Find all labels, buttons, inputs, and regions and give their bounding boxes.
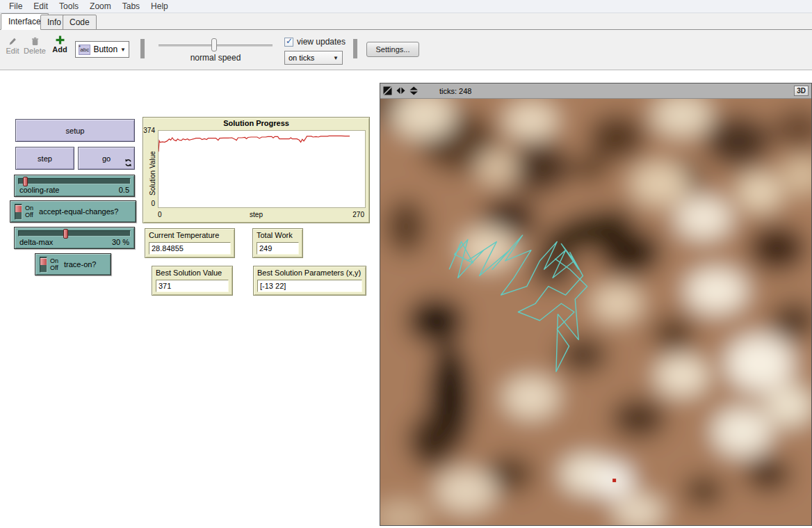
menu-bar: File Edit Tools Zoom Tabs Help (0, 0, 812, 13)
switch-slot[interactable] (40, 257, 47, 273)
monitor-value: 249 (257, 242, 299, 255)
menu-item-tabs[interactable]: Tabs (117, 1, 145, 12)
step-button-label: step (38, 154, 52, 163)
add-label: Add (52, 45, 67, 54)
monitor-label: Best Solution Value (156, 269, 222, 277)
ticks-counter: ticks: 248 (439, 87, 471, 95)
monitor-label: Best Solution Parameters (x,y) (257, 269, 361, 277)
plot-x-axis-label: step (143, 211, 369, 218)
setup-button-label: setup (66, 127, 85, 135)
switch-on-label: On (25, 205, 33, 211)
widget-type-value: Button (93, 45, 117, 54)
solution-progress-plot: Solution Progress 374 0 Solution Value 0… (143, 117, 370, 223)
best-solution-parameters-monitor: Best Solution Parameters (x,y) [-13 22] (253, 266, 366, 296)
tab-code[interactable]: Code (63, 15, 97, 30)
go-button-label: go (102, 154, 111, 163)
monitor-value: [-13 22] (257, 280, 362, 292)
switch-knob[interactable] (40, 258, 47, 265)
menu-item-tools[interactable]: Tools (54, 1, 83, 12)
threed-button[interactable]: 3D (794, 86, 809, 96)
best-solution-value-monitor: Best Solution Value 371 (152, 266, 233, 296)
chevron-down-icon: ▼ (333, 55, 339, 61)
menu-item-edit[interactable]: Edit (29, 1, 53, 12)
switch-on-label: On (50, 257, 58, 264)
plot-xmax-tick: 270 (352, 211, 364, 218)
chevron-down-icon: ▼ (120, 47, 126, 53)
cooling-rate-value: 0.5 (119, 186, 129, 194)
world-canvas[interactable] (380, 99, 811, 525)
cooling-rate-label: cooling-rate (19, 186, 59, 194)
delta-max-value: 30 % (112, 238, 129, 246)
cooling-rate-handle[interactable] (23, 177, 28, 186)
plot-ymax-tick: 374 (143, 127, 156, 134)
plot-y-axis-label: Solution Value (149, 151, 156, 195)
pencil-icon (8, 37, 17, 46)
terrain-texture (380, 99, 811, 525)
monitor-value: 28.84855 (149, 242, 231, 255)
monitor-label: Total Work (257, 231, 293, 239)
vertical-resize-icon[interactable] (409, 86, 419, 95)
menu-item-zoom[interactable]: Zoom (85, 1, 116, 12)
current-temperature-monitor: Current Temperature 28.84855 (145, 228, 235, 258)
switch-slot[interactable] (15, 204, 22, 220)
delete-label: Delete (24, 47, 46, 55)
trace-on-switch[interactable]: On Off trace-on? (35, 253, 111, 275)
edit-label: Edit (6, 47, 19, 55)
plot-title: Solution Progress (143, 119, 369, 127)
world-view: ticks: 248 3D (380, 83, 812, 526)
menu-item-help[interactable]: Help (146, 1, 173, 12)
monitor-label: Current Temperature (149, 231, 219, 239)
tab-bar: Interface Info Code (0, 13, 812, 30)
monitor-value: 371 (156, 280, 229, 292)
plot-ymin-tick: 0 (143, 200, 156, 207)
switch-knob[interactable] (15, 205, 22, 212)
trash-icon (31, 37, 40, 46)
switch-off-label: Off (25, 211, 33, 218)
add-widget-button[interactable]: Add (50, 35, 70, 54)
update-mode-dropdown[interactable]: on ticks ▼ (284, 51, 343, 65)
toolbar-separator (140, 39, 145, 58)
view-header: ticks: 248 3D (380, 83, 811, 99)
cooling-rate-slider[interactable]: cooling-rate 0.5 (14, 175, 135, 197)
toolbar-separator (353, 39, 357, 58)
button-widget-icon: abc (79, 45, 90, 55)
accept-equal-changes-label: accept-equal-changes? (39, 207, 118, 216)
interface-canvas: setup step go cooling-rate 0.5 On Off ac (0, 70, 812, 528)
toolbar: Edit Delete Add abc Button ▼ normal spee… (0, 30, 812, 70)
plus-icon (56, 35, 65, 45)
trace-on-label: trace-on? (64, 260, 96, 269)
setup-button[interactable]: setup (15, 119, 135, 142)
delta-max-handle[interactable] (63, 229, 68, 239)
update-mode-value: on ticks (289, 54, 314, 62)
speed-slider-label: normal speed (159, 53, 273, 63)
switch-off-label: Off (50, 264, 58, 271)
speed-slider-handle[interactable] (211, 38, 217, 51)
view-updates-row: view updates (284, 37, 346, 47)
delta-max-track[interactable] (18, 230, 131, 237)
horizontal-resize-icon[interactable] (396, 86, 405, 95)
plot-area (158, 130, 366, 208)
delta-max-label: delta-max (19, 238, 53, 246)
settings-button[interactable]: Settings... (366, 42, 419, 57)
accept-equal-changes-switch[interactable]: On Off accept-equal-changes? (10, 200, 136, 223)
step-button[interactable]: step (15, 147, 74, 170)
cooling-rate-track[interactable] (18, 178, 131, 184)
view-updates-checkbox[interactable] (284, 38, 293, 47)
go-button[interactable]: go (78, 147, 135, 170)
forever-icon (124, 159, 132, 167)
menu-item-file[interactable]: File (4, 1, 27, 12)
view-updates-label: view updates (297, 37, 346, 47)
plot-line-canvas (159, 131, 365, 207)
delete-widget-button[interactable]: Delete (22, 37, 47, 55)
best-solution-dot (612, 479, 616, 482)
widget-type-dropdown[interactable]: abc Button ▼ (75, 41, 129, 58)
edit-widget-button[interactable]: Edit (3, 37, 22, 55)
total-work-monitor: Total Work 249 (252, 228, 303, 258)
patch-size-icon (383, 86, 392, 95)
delta-max-slider[interactable]: delta-max 30 % (14, 227, 135, 249)
